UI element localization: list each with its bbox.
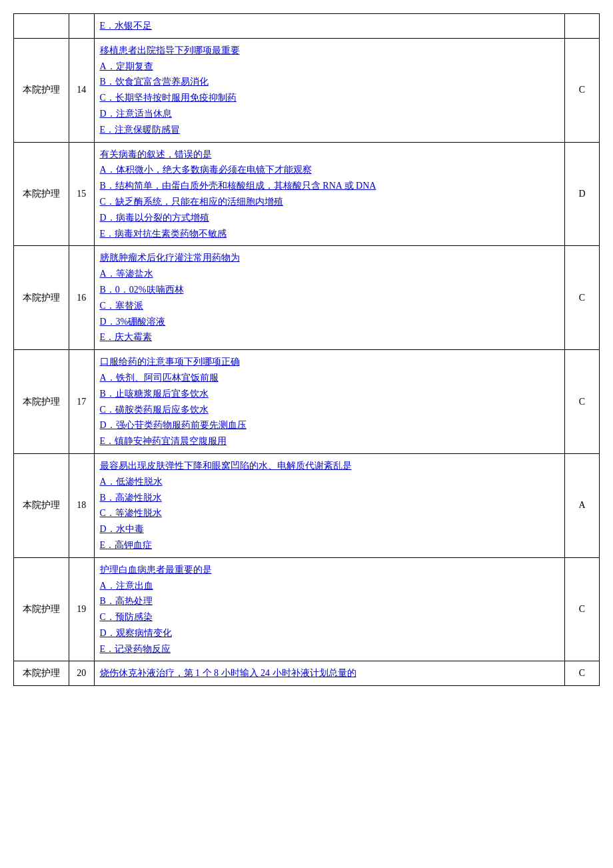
question-line: B．高渗性脱水 [100, 493, 162, 503]
question-line: E．病毒对抗生素类药物不敏感 [100, 229, 227, 239]
question-line: A．注意出血 [100, 581, 153, 591]
question-line: B．0．02%呋喃西林 [100, 285, 184, 295]
question-line: A．定期复查 [100, 61, 153, 71]
table-row: 本院护理17口服给药的注意事项下列哪项正确A．铁剂、阿司匹林宜饭前服B．止咳糖浆… [14, 350, 600, 454]
question-content: 口服给药的注意事项下列哪项正确A．铁剂、阿司匹林宜饭前服B．止咳糖浆服后宜多饮水… [94, 350, 565, 454]
dept-cell: 本院护理 [14, 38, 69, 142]
table-row: 本院护理20烧伤休克补液治疗，第 1 个 8 小时输入 24 小时补液计划总量的… [14, 661, 600, 686]
question-line: E．镇静安神药宜清晨空腹服用 [100, 436, 227, 446]
question-content: 移植患者出院指导下列哪项最重要A．定期复查B．饮食宜富含营养易消化C．长期坚持按… [94, 38, 565, 142]
answer-cell [565, 14, 600, 39]
question-line: E．水银不足 [100, 21, 153, 31]
question-line: 最容易出现皮肤弹性下降和眼窝凹陷的水、电解质代谢紊乱是 [100, 461, 352, 471]
question-content: 有关病毒的叙述，错误的是A．体积微小，绝大多数病毒必须在电镜下才能观察B．结构简… [94, 142, 565, 246]
dept-cell: 本院护理 [14, 557, 69, 661]
question-line: B．结构简单，由蛋白质外壳和核酸组成，其核酸只含 RNA 或 DNA [100, 181, 376, 191]
dept-cell: 本院护理 [14, 453, 69, 557]
table-row: E．水银不足 [14, 14, 600, 39]
answer-cell: A [565, 453, 600, 557]
answer-cell: C [565, 350, 600, 454]
question-line: 膀胱肿瘤术后化疗灌注常用药物为 [100, 253, 240, 263]
question-line: 口服给药的注意事项下列哪项正确 [100, 357, 240, 367]
question-line: 有关病毒的叙述，错误的是 [100, 149, 212, 159]
question-number: 16 [69, 246, 94, 350]
question-line: 护理白血病患者最重要的是 [100, 565, 212, 575]
question-line: E．注意保暖防感冒 [100, 125, 181, 135]
question-line: C．等渗性脱水 [100, 508, 162, 518]
question-line: 烧伤休克补液治疗，第 1 个 8 小时输入 24 小时补液计划总量的 [100, 668, 356, 678]
question-number: 17 [69, 350, 94, 454]
question-line: C．长期坚持按时服用免疫抑制药 [100, 93, 237, 103]
dept-cell: 本院护理 [14, 246, 69, 350]
question-number: 15 [69, 142, 94, 246]
question-line: C．缺乏酶系统，只能在相应的活细胞内增殖 [100, 197, 283, 207]
question-number [69, 14, 94, 39]
answer-cell: C [565, 38, 600, 142]
question-line: 移植患者出院指导下列哪项最重要 [100, 45, 240, 55]
question-line: D．观察病情变化 [100, 628, 172, 638]
question-number: 20 [69, 661, 94, 686]
table-row: 本院护理16膀胱肿瘤术后化疗灌注常用药物为A．等渗盐水B．0．02%呋喃西林C．… [14, 246, 600, 350]
question-content: 烧伤休克补液治疗，第 1 个 8 小时输入 24 小时补液计划总量的 [94, 661, 565, 686]
question-line: D．强心苷类药物服药前要先测血压 [100, 420, 247, 430]
table-row: 本院护理15有关病毒的叙述，错误的是A．体积微小，绝大多数病毒必须在电镜下才能观… [14, 142, 600, 246]
table-row: 本院护理18最容易出现皮肤弹性下降和眼窝凹陷的水、电解质代谢紊乱是A．低渗性脱水… [14, 453, 600, 557]
question-number: 18 [69, 453, 94, 557]
questions-table: E．水银不足本院护理14移植患者出院指导下列哪项最重要A．定期复查B．饮食宜富含… [13, 13, 600, 686]
question-line: C．磺胺类药服后应多饮水 [100, 405, 209, 415]
question-line: D．水中毒 [100, 524, 144, 534]
question-line: E．庆大霉素 [100, 332, 153, 342]
question-line: A．低渗性脱水 [100, 477, 163, 487]
dept-cell: 本院护理 [14, 142, 69, 246]
question-line: D．病毒以分裂的方式增殖 [100, 213, 209, 223]
question-line: D．注意适当休息 [100, 109, 172, 119]
question-line: C．预防感染 [100, 612, 153, 622]
dept-cell [14, 14, 69, 39]
question-number: 19 [69, 557, 94, 661]
question-content: 膀胱肿瘤术后化疗灌注常用药物为A．等渗盐水B．0．02%呋喃西林C．塞替派D．3… [94, 246, 565, 350]
answer-cell: C [565, 557, 600, 661]
question-line: B．高热处理 [100, 596, 153, 606]
question-line: E．记录药物反应 [100, 644, 171, 654]
table-row: 本院护理19护理白血病患者最重要的是A．注意出血B．高热处理C．预防感染D．观察… [14, 557, 600, 661]
dept-cell: 本院护理 [14, 350, 69, 454]
question-line: A．体积微小，绝大多数病毒必须在电镜下才能观察 [100, 165, 312, 175]
question-line: A．等渗盐水 [100, 269, 153, 279]
table-row: 本院护理14移植患者出院指导下列哪项最重要A．定期复查B．饮食宜富含营养易消化C… [14, 38, 600, 142]
question-line: E．高钾血症 [100, 540, 153, 550]
answer-cell: C [565, 661, 600, 686]
question-content: 最容易出现皮肤弹性下降和眼窝凹陷的水、电解质代谢紊乱是A．低渗性脱水B．高渗性脱… [94, 453, 565, 557]
dept-cell: 本院护理 [14, 661, 69, 686]
question-number: 14 [69, 38, 94, 142]
question-line: C．塞替派 [100, 301, 143, 311]
question-line: B．止咳糖浆服后宜多饮水 [100, 389, 209, 399]
question-line: B．饮食宜富含营养易消化 [100, 77, 209, 87]
question-content: E．水银不足 [94, 14, 565, 39]
question-content: 护理白血病患者最重要的是A．注意出血B．高热处理C．预防感染D．观察病情变化E．… [94, 557, 565, 661]
question-line: A．铁剂、阿司匹林宜饭前服 [100, 373, 219, 383]
answer-cell: D [565, 142, 600, 246]
answer-cell: C [565, 246, 600, 350]
question-line: D．3%硼酸溶液 [100, 317, 166, 327]
